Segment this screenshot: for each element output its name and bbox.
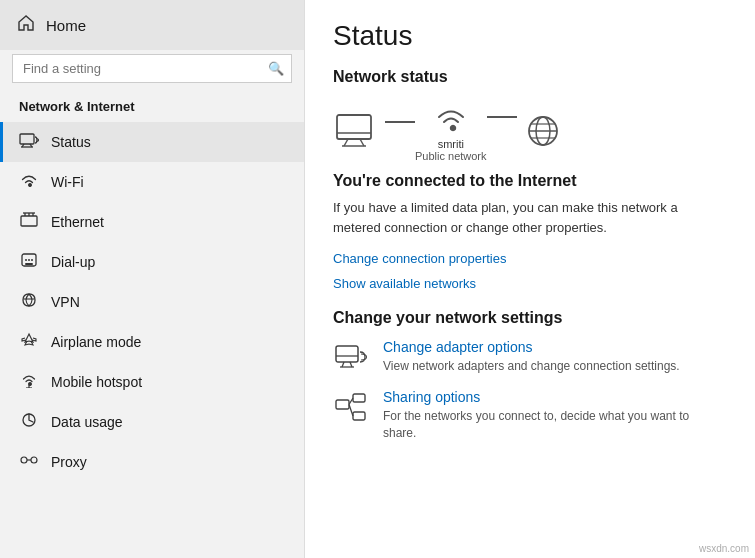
svg-point-19 bbox=[31, 457, 37, 463]
sidebar-item-data[interactable]: Data usage bbox=[0, 402, 304, 442]
svg-point-12 bbox=[31, 259, 33, 261]
change-settings-heading: Change your network settings bbox=[333, 309, 727, 327]
adapter-icon bbox=[333, 339, 369, 375]
airplane-icon bbox=[19, 332, 39, 352]
sidebar-item-dialup[interactable]: Dial-up bbox=[0, 242, 304, 282]
sidebar-item-ethernet-label: Ethernet bbox=[51, 214, 104, 230]
diagram-router: smriti Public network bbox=[415, 100, 487, 162]
network-name: smriti bbox=[438, 138, 464, 150]
sidebar-item-data-label: Data usage bbox=[51, 414, 123, 430]
svg-rect-13 bbox=[25, 263, 33, 265]
sidebar-item-dialup-label: Dial-up bbox=[51, 254, 95, 270]
diagram-line-2 bbox=[487, 116, 517, 118]
status-icon bbox=[19, 132, 39, 152]
adapter-desc: View network adapters and change connect… bbox=[383, 358, 680, 375]
sidebar-item-ethernet[interactable]: Ethernet bbox=[0, 202, 304, 242]
diagram-line-1 bbox=[385, 121, 415, 123]
svg-rect-31 bbox=[336, 346, 358, 362]
sidebar-item-proxy[interactable]: Proxy bbox=[0, 442, 304, 482]
network-diagram: smriti Public network bbox=[333, 100, 727, 162]
ethernet-icon bbox=[19, 212, 39, 232]
sidebar-item-vpn[interactable]: VPN bbox=[0, 282, 304, 322]
connected-message: You're connected to the Internet bbox=[333, 172, 727, 190]
section-title: Network & Internet bbox=[0, 93, 304, 122]
diagram-globe bbox=[517, 111, 569, 151]
svg-rect-36 bbox=[336, 400, 349, 409]
search-box: 🔍 bbox=[12, 54, 292, 83]
network-status-heading: Network status bbox=[333, 68, 727, 86]
sidebar-item-hotspot[interactable]: Mobile hotspot bbox=[0, 362, 304, 402]
sidebar-item-wifi-label: Wi-Fi bbox=[51, 174, 84, 190]
connected-desc: If you have a limited data plan, you can… bbox=[333, 198, 727, 237]
show-networks-link[interactable]: Show available networks bbox=[333, 276, 727, 291]
vpn-icon bbox=[19, 292, 39, 312]
adapter-title: Change adapter options bbox=[383, 339, 680, 355]
search-icon: 🔍 bbox=[268, 61, 284, 76]
dialup-icon bbox=[19, 252, 39, 272]
page-title: Status bbox=[333, 20, 727, 52]
sidebar-home-button[interactable]: Home bbox=[0, 0, 304, 50]
sidebar-item-hotspot-label: Mobile hotspot bbox=[51, 374, 142, 390]
svg-rect-0 bbox=[20, 134, 34, 144]
svg-line-23 bbox=[344, 139, 348, 146]
svg-rect-38 bbox=[353, 412, 365, 420]
sidebar: Home 🔍 Network & Internet Status bbox=[0, 0, 305, 558]
sharing-option[interactable]: Sharing options For the networks you con… bbox=[333, 389, 727, 442]
svg-line-24 bbox=[360, 139, 364, 146]
network-type: Public network bbox=[415, 150, 487, 162]
wifi-icon bbox=[19, 172, 39, 192]
sidebar-item-status[interactable]: Status bbox=[0, 122, 304, 162]
hotspot-icon bbox=[19, 372, 39, 392]
data-icon bbox=[19, 412, 39, 432]
proxy-icon bbox=[19, 452, 39, 472]
sharing-desc: For the networks you connect to, decide … bbox=[383, 408, 723, 442]
home-label: Home bbox=[46, 17, 86, 34]
sidebar-item-proxy-label: Proxy bbox=[51, 454, 87, 470]
svg-rect-4 bbox=[21, 216, 37, 226]
adapter-text: Change adapter options View network adap… bbox=[383, 339, 680, 375]
svg-point-10 bbox=[25, 259, 27, 261]
sharing-title: Sharing options bbox=[383, 389, 723, 405]
sidebar-item-airplane-label: Airplane mode bbox=[51, 334, 141, 350]
sidebar-item-vpn-label: VPN bbox=[51, 294, 80, 310]
home-icon bbox=[16, 14, 36, 36]
main-content: Status Network status smriti Public netw… bbox=[305, 0, 755, 558]
sharing-text: Sharing options For the networks you con… bbox=[383, 389, 723, 442]
svg-point-11 bbox=[28, 259, 30, 261]
svg-line-40 bbox=[349, 405, 353, 417]
svg-rect-37 bbox=[353, 394, 365, 402]
sidebar-item-wifi[interactable]: Wi-Fi bbox=[0, 162, 304, 202]
svg-rect-21 bbox=[337, 115, 371, 139]
adapter-option[interactable]: Change adapter options View network adap… bbox=[333, 339, 727, 375]
sharing-icon bbox=[333, 389, 369, 425]
svg-point-18 bbox=[21, 457, 27, 463]
search-input[interactable] bbox=[12, 54, 292, 83]
diagram-computer bbox=[333, 111, 385, 151]
change-connection-link[interactable]: Change connection properties bbox=[333, 251, 727, 266]
sidebar-item-airplane[interactable]: Airplane mode bbox=[0, 322, 304, 362]
sidebar-item-status-label: Status bbox=[51, 134, 91, 150]
